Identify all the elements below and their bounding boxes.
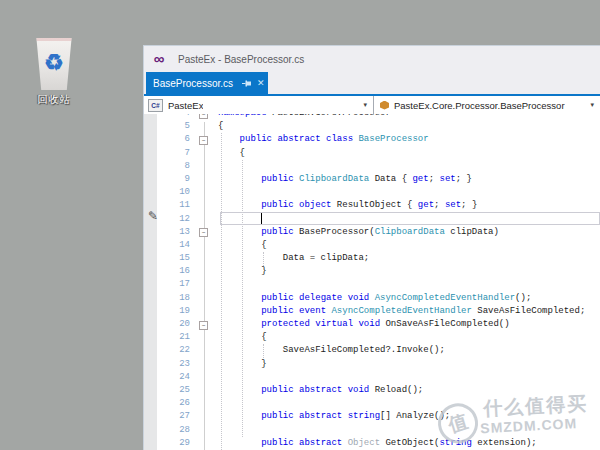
code-text: { (210, 239, 600, 252)
code-line[interactable]: 28 (144, 424, 600, 437)
code-text (210, 186, 600, 199)
code-line[interactable]: 25 public abstract void Reload(); (144, 384, 600, 397)
fold-margin (190, 331, 210, 344)
project-dropdown-label: PasteEx (168, 100, 203, 111)
code-line[interactable]: 21 { (144, 331, 600, 344)
code-line[interactable]: 27 public abstract string[] Analyze(); (144, 410, 600, 423)
code-text: public BaseProcessor(ClipboardData clipD… (210, 226, 600, 239)
code-lines: 4–namespace PasteEx.Core.Processor5{6– p… (144, 114, 600, 450)
fold-collapse-icon[interactable]: – (199, 228, 208, 237)
fold-collapse-icon[interactable]: – (199, 136, 208, 145)
pen-cursor-icon: ✎ (148, 209, 158, 223)
tab-baseprocessor[interactable]: BaseProcessor.cs ✕ (146, 72, 268, 94)
recycle-icon: ♻ (34, 52, 74, 74)
fold-margin (190, 358, 210, 371)
fold-margin (190, 437, 210, 450)
line-number: 25 (144, 384, 190, 397)
line-number: 16 (144, 265, 190, 278)
fold-margin (190, 292, 210, 305)
fold-margin (190, 424, 210, 437)
fold-margin: – (190, 226, 210, 239)
code-text: public abstract string[] Analyze(); (210, 410, 600, 423)
window-titlebar[interactable]: ∞ PasteEx - BaseProcessor.cs (144, 46, 600, 72)
fold-margin (190, 147, 210, 160)
code-text: public abstract class BaseProcessor (210, 133, 600, 146)
code-text: protected virtual void OnSaveAsFileCompl… (210, 318, 600, 331)
code-text (210, 371, 600, 384)
code-line[interactable]: 29 public abstract Object GetObject(stri… (144, 437, 600, 450)
window-title: PasteEx - BaseProcessor.cs (178, 54, 304, 65)
chevron-down-icon: ▾ (590, 101, 594, 109)
line-number: 27 (144, 410, 190, 423)
line-number: 21 (144, 331, 190, 344)
line-number: 19 (144, 305, 190, 318)
fold-margin (190, 199, 210, 212)
code-line[interactable]: 14 { (144, 239, 600, 252)
line-number: 7 (144, 147, 190, 160)
fold-margin: – (190, 133, 210, 146)
line-number: 24 (144, 371, 190, 384)
fold-margin (190, 239, 210, 252)
code-line[interactable]: 20– protected virtual void OnSaveAsFileC… (144, 318, 600, 331)
code-line[interactable]: 7 { (144, 147, 600, 160)
code-text: } (210, 265, 600, 278)
type-dropdown-label: PasteEx.Core.Processor.BaseProcessor (394, 100, 565, 111)
line-number: 13 (144, 226, 190, 239)
code-editor[interactable]: 4–namespace PasteEx.Core.Processor5{6– p… (144, 114, 600, 450)
code-text: } (210, 358, 600, 371)
line-number: 17 (144, 278, 190, 291)
line-number: 10 (144, 186, 190, 199)
code-text (210, 213, 600, 226)
code-line[interactable]: 23 } (144, 358, 600, 371)
chevron-down-icon: ▾ (363, 101, 367, 109)
line-number: 23 (144, 358, 190, 371)
code-line[interactable]: 16 } (144, 265, 600, 278)
type-dropdown[interactable]: PasteEx.Core.Processor.BaseProcessor ▾ (374, 96, 600, 114)
code-line[interactable]: 8 (144, 160, 600, 173)
close-icon[interactable]: ✕ (257, 78, 265, 88)
code-text: { (210, 331, 600, 344)
code-line[interactable]: 9 public ClipboardData Data { get; set; … (144, 173, 600, 186)
line-number: 20 (144, 318, 190, 331)
project-dropdown[interactable]: C# PasteEx ▾ (144, 96, 373, 114)
fold-margin (190, 120, 210, 133)
line-number: 29 (144, 437, 190, 450)
code-line[interactable]: 6– public abstract class BaseProcessor (144, 133, 600, 146)
code-line[interactable]: 11 public object ResultObject { get; set… (144, 199, 600, 212)
code-text: { (210, 147, 600, 160)
fold-margin (190, 344, 210, 357)
fold-margin (190, 278, 210, 291)
fold-margin: – (190, 318, 210, 331)
code-line[interactable]: 24 (144, 371, 600, 384)
code-line[interactable]: 15 Data = clipData; (144, 252, 600, 265)
class-icon (380, 101, 389, 110)
fold-margin (190, 305, 210, 318)
visual-studio-window: ∞ PasteEx - BaseProcessor.cs BaseProcess… (143, 45, 600, 450)
fold-margin (190, 252, 210, 265)
code-line[interactable]: 5{ (144, 120, 600, 133)
fold-collapse-icon[interactable]: – (199, 321, 208, 330)
fold-margin (190, 265, 210, 278)
code-line[interactable]: 19 public event AsyncCompletedEventHandl… (144, 305, 600, 318)
line-number: 6 (144, 133, 190, 146)
code-line[interactable]: 18 public delegate void AsyncCompletedEv… (144, 292, 600, 305)
recycle-bin-icon[interactable]: ♻ (34, 38, 74, 90)
line-number: 18 (144, 292, 190, 305)
navigation-bar: C# PasteEx ▾ PasteEx.Core.Processor.Base… (144, 96, 600, 115)
line-number: 26 (144, 397, 190, 410)
code-line[interactable]: 22 SaveAsFileCompleted?.Invoke(); (144, 344, 600, 357)
code-line[interactable]: 12 (144, 213, 600, 226)
code-line[interactable]: 10 (144, 186, 600, 199)
code-line[interactable]: 13– public BaseProcessor(ClipboardData c… (144, 226, 600, 239)
recycle-bin-shortcut[interactable]: ♻ 回收站 (22, 38, 86, 107)
code-text: SaveAsFileCompleted?.Invoke(); (210, 344, 600, 357)
pin-icon[interactable] (241, 78, 252, 89)
code-line[interactable]: 17 (144, 278, 600, 291)
fold-margin (190, 371, 210, 384)
code-line[interactable]: 26 (144, 397, 600, 410)
fold-margin (190, 384, 210, 397)
code-text (210, 278, 600, 291)
code-text: public abstract void Reload(); (210, 384, 600, 397)
fold-collapse-icon[interactable]: – (199, 114, 208, 119)
line-number: 8 (144, 160, 190, 173)
